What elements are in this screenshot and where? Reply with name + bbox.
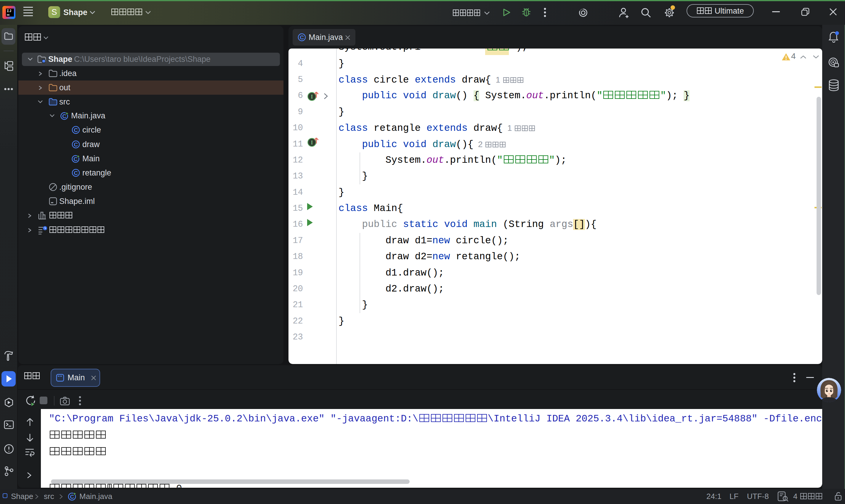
svg-text:C: C bbox=[70, 494, 74, 500]
svg-text:C: C bbox=[74, 142, 78, 148]
svg-text:C: C bbox=[74, 170, 78, 176]
svg-text:C: C bbox=[74, 127, 78, 133]
svg-text:I: I bbox=[311, 93, 313, 100]
svg-text:C: C bbox=[300, 34, 304, 40]
svg-text:C: C bbox=[73, 156, 77, 162]
svg-text:I: I bbox=[311, 139, 313, 146]
svg-text:C: C bbox=[62, 113, 66, 119]
